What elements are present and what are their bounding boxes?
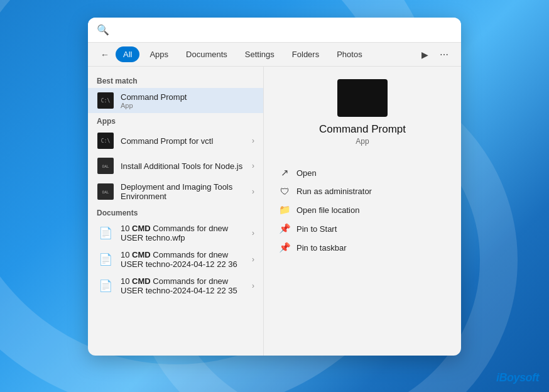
arrow-icon: › — [252, 161, 254, 170]
right-panel: Command Prompt App ↗ Open 🛡 Run as admin… — [264, 67, 461, 356]
best-match-subtitle: App — [121, 102, 254, 109]
action-run-as-admin[interactable]: 🛡 Run as administrator — [276, 182, 448, 200]
best-match-label: Best match — [88, 73, 263, 88]
app-title-nodejs: Install Additional Tools for Node.js — [121, 161, 246, 171]
pin-icon: 📌 — [279, 223, 290, 234]
search-bar: 🔍 cmd — [88, 18, 461, 43]
filter-bar: ← All Apps Documents Settings Folders Ph… — [88, 43, 461, 67]
doc-title-pre: 10 — [121, 276, 132, 286]
action-pin-to-taskbar[interactable]: 📌 Pin to taskbar — [276, 238, 448, 257]
doc-title-bold: CMD — [132, 224, 151, 233]
action-open-label: Open — [296, 168, 317, 178]
list-item[interactable]: OAL Deployment and Imaging Tools Environ… — [88, 178, 263, 205]
doc-text-3: 10 CMD Commands for dnew USER techno-202… — [121, 276, 246, 295]
document-icon: 📄 — [99, 253, 112, 266]
best-match-item[interactable]: C:\ Command Prompt App — [88, 88, 263, 113]
watermark-text: iBoysoft — [496, 371, 539, 384]
action-list: ↗ Open 🛡 Run as administrator 📁 Open fil… — [276, 163, 448, 257]
action-run-as-admin-label: Run as administrator — [296, 187, 372, 196]
list-item[interactable]: 📄 10 CMD Commands for dnew USER techno.w… — [88, 220, 263, 246]
best-match-text: Command Prompt App — [121, 92, 254, 109]
action-open[interactable]: ↗ Open — [276, 163, 448, 182]
filter-play-button[interactable]: ▶ — [418, 47, 432, 62]
arrow-icon: › — [252, 281, 254, 290]
list-item[interactable]: C:\ Command Prompt for vctl › — [88, 128, 263, 153]
document-icon: 📄 — [99, 226, 112, 240]
action-open-file-location[interactable]: 📁 Open file location — [276, 200, 448, 219]
app-icon-nodejs: OAL — [97, 157, 114, 175]
app-type: App — [356, 137, 369, 146]
folder-icon: 📁 — [279, 204, 290, 215]
filter-back-button[interactable]: ← — [97, 47, 113, 62]
search-input[interactable]: cmd — [114, 24, 452, 35]
app-icon-deploy: OAL — [97, 183, 114, 200]
app-icon-vctl: C:\ — [97, 132, 114, 150]
doc-title-pre: 10 — [121, 250, 132, 259]
filter-tab-settings[interactable]: Settings — [237, 46, 282, 62]
doc-title-1: 10 CMD Commands for dnew USER techno.wfp — [121, 224, 246, 242]
filter-tab-documents[interactable]: Documents — [178, 46, 235, 62]
filter-tab-apps[interactable]: Apps — [142, 46, 176, 62]
documents-section-label: Documents — [88, 205, 263, 220]
best-match-title: Command Prompt — [121, 92, 254, 102]
best-match-icon: C:\ — [97, 92, 114, 109]
action-pin-to-start[interactable]: 📌 Pin to Start — [276, 219, 448, 238]
filter-more-button[interactable]: ⋯ — [436, 47, 452, 62]
doc-icon-1: 📄 — [97, 224, 114, 242]
arrow-icon: › — [252, 136, 254, 145]
doc-icon-2: 📄 — [97, 251, 114, 268]
app-text-nodejs: Install Additional Tools for Node.js — [121, 161, 246, 171]
filter-more: ▶ ⋯ — [418, 47, 452, 62]
arrow-icon: › — [252, 229, 254, 237]
filter-tab-photos[interactable]: Photos — [329, 46, 369, 62]
search-panel: 🔍 cmd ← All Apps Documents Settings Fold… — [88, 18, 461, 356]
action-pin-to-taskbar-label: Pin to taskbar — [296, 243, 347, 253]
panel-body: Best match C:\ Command Prompt App Apps C… — [88, 67, 461, 356]
search-icon: 🔍 — [97, 24, 109, 36]
app-title-deploy: Deployment and Imaging Tools Environment — [121, 182, 246, 201]
doc-text-1: 10 CMD Commands for dnew USER techno.wfp — [121, 224, 246, 242]
app-preview: Command Prompt App — [276, 79, 448, 146]
filter-tab-folders[interactable]: Folders — [285, 46, 327, 62]
action-pin-to-start-label: Pin to Start — [296, 224, 337, 234]
cmd-icon-deploy: OAL — [97, 183, 114, 200]
doc-title-bold: CMD — [132, 250, 151, 259]
filter-tab-all[interactable]: All — [116, 46, 139, 62]
watermark: iBoysoft — [496, 371, 539, 384]
app-text-deploy: Deployment and Imaging Tools Environment — [121, 182, 246, 201]
document-icon: 📄 — [99, 279, 112, 293]
doc-title-pre: 10 — [121, 224, 132, 233]
doc-text-2: 10 CMD Commands for dnew USER techno-202… — [121, 250, 246, 269]
list-item[interactable]: OAL Install Additional Tools for Node.js… — [88, 153, 263, 178]
cmd-icon-nodejs: OAL — [97, 158, 114, 174]
app-text-vctl: Command Prompt for vctl — [121, 136, 246, 146]
app-icon-large — [337, 79, 388, 117]
cmd-icon-vctl: C:\ — [97, 133, 114, 149]
action-open-file-location-label: Open file location — [296, 205, 359, 215]
arrow-icon: › — [252, 187, 254, 196]
arrow-icon: › — [252, 255, 254, 264]
app-name: Command Prompt — [319, 123, 406, 136]
left-panel: Best match C:\ Command Prompt App Apps C… — [88, 67, 264, 356]
doc-title-bold: CMD — [132, 276, 151, 286]
apps-section-label: Apps — [88, 113, 263, 128]
doc-icon-3: 📄 — [97, 277, 114, 295]
doc-title-2: 10 CMD Commands for dnew USER techno-202… — [121, 250, 246, 269]
pin-taskbar-icon: 📌 — [279, 242, 290, 253]
list-item[interactable]: 📄 10 CMD Commands for dnew USER techno-2… — [88, 273, 263, 299]
open-icon: ↗ — [279, 167, 290, 178]
doc-title-3: 10 CMD Commands for dnew USER techno-202… — [121, 276, 246, 295]
app-title-vctl: Command Prompt for vctl — [121, 136, 246, 146]
shield-icon: 🛡 — [279, 186, 290, 197]
list-item[interactable]: 📄 10 CMD Commands for dnew USER techno-2… — [88, 246, 263, 273]
cmd-icon-small: C:\ — [97, 92, 114, 109]
